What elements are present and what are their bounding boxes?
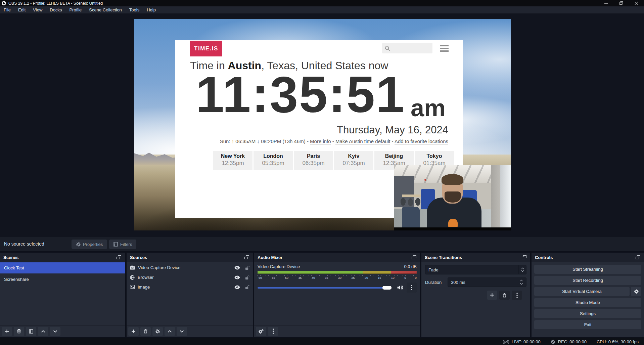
stream-inactive-icon (503, 339, 509, 344)
mixer-db-value: 0.0 dB (404, 264, 417, 269)
program-video[interactable]: TIME.IS Time in Austin, Texas, United St… (134, 19, 511, 230)
menu-view[interactable]: View (29, 6, 46, 13)
transition-select[interactable]: Fade (425, 265, 526, 274)
gear-icon (76, 242, 81, 247)
restore-button[interactable] (614, 0, 629, 6)
move-source-up-button[interactable] (165, 327, 175, 336)
time-digits: 11:35:51 (196, 70, 405, 119)
add-transition-button[interactable] (487, 291, 497, 300)
make-default-link: Make Austin time default (335, 138, 390, 144)
volume-slider-handle[interactable] (382, 286, 392, 290)
sun-info-line: Sun: ↑ 06:35AM ↓ 08:20PM (13h 46m) - Mor… (220, 138, 448, 144)
popout-icon[interactable] (636, 255, 641, 260)
current-date: Thursday, May 16, 2024 (337, 124, 448, 136)
combo-spinner[interactable] (518, 265, 526, 274)
minimize-button[interactable] (599, 0, 614, 6)
eye-icon[interactable] (234, 285, 240, 289)
move-scene-down-button[interactable] (50, 327, 60, 336)
move-scene-up-button[interactable] (38, 327, 48, 336)
transition-options-button[interactable] (512, 291, 522, 300)
camera-icon (130, 265, 135, 270)
virtual-camera-config-button[interactable] (631, 287, 641, 296)
remove-scene-button[interactable] (14, 327, 24, 336)
dots-vertical-icon (411, 285, 412, 290)
scene-filters-button[interactable] (26, 327, 36, 336)
settings-button[interactable]: Settings (534, 309, 641, 318)
speaker-icon[interactable] (397, 285, 404, 290)
record-inactive-icon (551, 339, 556, 344)
add-source-button[interactable] (128, 327, 139, 336)
mixer-channel-name: Video Capture Device (258, 264, 300, 269)
docks-area: Scenes Clock Test Screenshare (0, 251, 644, 338)
duration-spinner[interactable] (520, 279, 523, 285)
start-virtual-camera-button[interactable]: Start Virtual Camera (534, 287, 630, 296)
scene-item-screenshare[interactable]: Screenshare (0, 274, 125, 285)
mixer-options-button[interactable] (407, 283, 417, 293)
volume-meter (258, 271, 417, 273)
popout-icon[interactable] (412, 255, 417, 260)
filters-button[interactable]: Filters (109, 240, 136, 249)
unlock-icon[interactable] (245, 265, 249, 270)
plus-icon (490, 293, 494, 297)
chevron-down-icon (520, 283, 523, 285)
trash-icon (143, 329, 148, 334)
obs-window: OBS 29.1.2 - Profile: LLHLS BETA - Scene… (0, 0, 644, 345)
source-properties-button[interactable] (152, 327, 163, 336)
cpu-fps-status: CPU: 0.6%, 30.00 fps (597, 339, 639, 344)
popout-icon[interactable] (117, 255, 122, 260)
audio-mixer-panel: Audio Mixer Video Capture Device 0.0 dB … (254, 253, 420, 337)
menu-help[interactable]: Help (143, 6, 159, 13)
rec-status: REC: 00:00:00 (551, 339, 587, 344)
status-bar: LIVE: 00:00:00 REC: 00:00:00 CPU: 0.6%, … (0, 338, 644, 345)
menu-edit[interactable]: Edit (14, 6, 29, 13)
remove-source-button[interactable] (140, 327, 151, 336)
window-controls (599, 0, 644, 6)
eye-icon[interactable] (234, 266, 240, 270)
start-recording-button[interactable]: Start Recording (534, 276, 641, 285)
chevron-down-icon (180, 330, 184, 333)
chevron-up-icon (168, 330, 172, 333)
popout-icon[interactable] (522, 255, 527, 260)
menu-profile[interactable]: Profile (65, 6, 85, 13)
meter-tick-labels: -60-55-50-45-40-35-30-25-20-15-10-50 (258, 276, 417, 279)
unlock-icon[interactable] (245, 285, 249, 290)
volume-slider[interactable] (258, 286, 394, 290)
double-gear-icon (258, 329, 264, 334)
controls-panel: Controls Start Streaming Start Recording… (532, 253, 644, 337)
properties-button[interactable]: Properties (72, 240, 107, 249)
plus-icon (5, 329, 9, 334)
start-streaming-button[interactable]: Start Streaming (534, 265, 641, 274)
exit-button[interactable]: Exit (534, 320, 641, 329)
dots-vertical-icon (516, 293, 518, 298)
audio-mixer-title: Audio Mixer (258, 255, 282, 260)
menu-file[interactable]: File (0, 6, 14, 13)
advanced-audio-button[interactable] (256, 327, 266, 336)
chevron-down-icon (521, 270, 524, 272)
mixer-menu-button[interactable] (268, 327, 278, 336)
hamburger-menu-icon (440, 45, 449, 53)
filters-icon (113, 242, 118, 247)
add-scene-button[interactable] (2, 327, 12, 336)
studio-mode-button[interactable]: Studio Mode (534, 298, 641, 307)
scenes-title: Scenes (3, 255, 19, 260)
menu-scene-collection[interactable]: Scene Collection (85, 6, 126, 13)
source-item-image[interactable]: Image (127, 283, 253, 291)
menu-tools[interactable]: Tools (126, 6, 143, 13)
search-icon (384, 45, 390, 51)
move-source-down-button[interactable] (177, 327, 187, 336)
popout-icon[interactable] (244, 255, 249, 260)
preview-area[interactable]: TIME.IS Time in Austin, Texas, United St… (0, 13, 644, 237)
menu-docks[interactable]: Docks (46, 6, 65, 13)
clock-kyiv: Kyiv 07:35pm (334, 151, 373, 170)
source-context-toolbar: No source selected Properties Filters (0, 237, 644, 251)
duration-input[interactable]: 300 ms (448, 277, 526, 287)
sources-panel: Sources Video Capture Device (127, 253, 253, 337)
chevron-up-icon (41, 330, 45, 333)
close-button[interactable] (629, 0, 644, 6)
remove-transition-button[interactable] (499, 291, 510, 300)
unlock-icon[interactable] (245, 275, 249, 280)
eye-icon[interactable] (234, 275, 240, 279)
source-item-video-capture[interactable]: Video Capture Device (127, 263, 253, 272)
source-item-browser[interactable]: Browser (127, 273, 253, 282)
scene-item-clock-test[interactable]: Clock Test (0, 262, 125, 273)
